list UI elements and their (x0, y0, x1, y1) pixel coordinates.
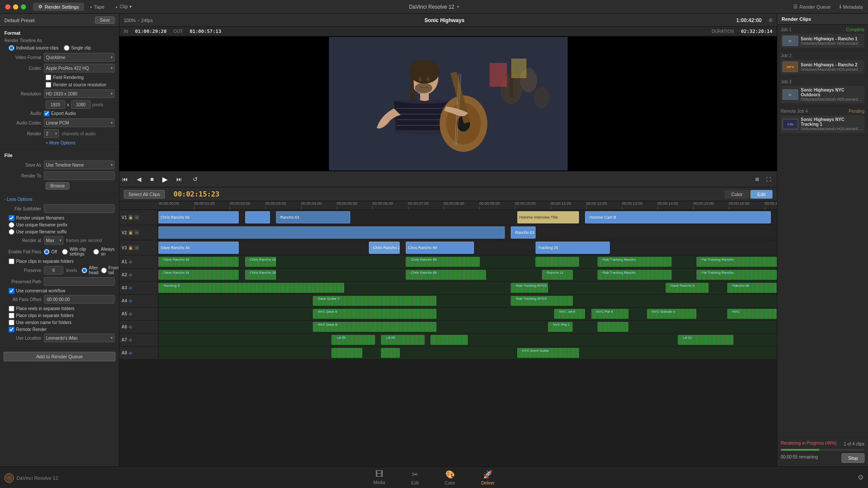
clip-v1-1[interactable]: Chris Rancho 56 (158, 211, 239, 223)
browse-button[interactable]: Browse (46, 182, 69, 190)
preserve-levels-input[interactable] (44, 266, 63, 275)
clip-a3-1[interactable] (158, 283, 344, 293)
clip-a7-3[interactable] (431, 335, 468, 345)
clip-a1-4[interactable] (536, 257, 579, 267)
rewind-button[interactable]: ◀ (134, 174, 144, 184)
individual-clips-radio[interactable] (9, 45, 14, 51)
export-audio-check[interactable] (44, 111, 49, 116)
unique-prefix-label[interactable]: Use unique filename prefix (9, 222, 115, 228)
add-to-render-queue-button[interactable]: Add to Render Queue (3, 352, 115, 361)
source-resolution-check[interactable] (46, 82, 51, 88)
expand-icon[interactable]: ⊞ (769, 17, 773, 23)
clip-v1-5[interactable]: · Homme Cam B (585, 211, 771, 223)
clip-v3-2[interactable]: · Chris Rancho 26 (369, 242, 400, 254)
clip-v2-2[interactable]: · Rancho 63 (511, 226, 536, 239)
loop-button[interactable]: ↺ (190, 174, 201, 184)
render-to-input[interactable] (44, 171, 115, 180)
channels-select[interactable]: 2 (44, 129, 59, 138)
rewind-to-start-button[interactable]: ⏮ (119, 174, 131, 184)
zoom-value[interactable]: 100% (124, 18, 136, 23)
place-clips-check[interactable] (9, 313, 14, 318)
play-button[interactable]: ▶ (160, 174, 170, 185)
job3-item[interactable]: ▶ Sonic Highways NYC Outdoors /Volumes/M… (781, 86, 865, 103)
preserved-path-input[interactable] (44, 277, 115, 286)
single-clip-radio-label[interactable]: Single clip (64, 45, 91, 51)
clip-v1-3[interactable]: · Rancho 63 (276, 211, 350, 223)
unique-filenames-label[interactable]: Render unique filenames (9, 215, 115, 221)
from-tail-radio[interactable] (101, 268, 107, 273)
clip-a8-1[interactable] (332, 348, 362, 358)
render-queue-btn[interactable]: ☰ Render Queue (793, 4, 831, 10)
job4-item[interactable]: CIN Sonic Highways NYC Tracking 1 /Volum… (781, 115, 865, 133)
stop-button[interactable]: ■ (148, 174, 156, 184)
clip-v1-2[interactable] (245, 211, 270, 223)
individual-clips-radio-label[interactable]: Individual source clips (9, 45, 59, 51)
width-input[interactable] (46, 100, 65, 109)
clip-v3-1[interactable]: Dave Rancho 34 (158, 242, 239, 254)
select-all-clips-button[interactable]: Select All Clips (124, 190, 165, 199)
field-rendering-check[interactable] (46, 75, 51, 80)
export-audio-label[interactable]: Export Audio (44, 111, 76, 116)
job2-item[interactable]: DPX Sonic Highways - Rancho 2 /Volumes/M… (781, 60, 865, 74)
remote-render-check[interactable] (9, 327, 14, 332)
save-as-select[interactable]: Use Timeline Name (44, 160, 115, 169)
unique-suffix-label[interactable]: Use unique filename suffix (9, 229, 115, 235)
track-v2-lock[interactable]: 🔒 (128, 230, 133, 235)
maximize-button[interactable] (21, 4, 26, 10)
minimize-button[interactable] (13, 4, 18, 10)
less-options-toggle[interactable]: - Less Options (4, 197, 115, 202)
field-rendering-label[interactable]: Field Rendering (46, 75, 115, 80)
track-v1-lock[interactable]: 🔒 (128, 215, 133, 220)
track-v3-mute[interactable]: M (134, 245, 139, 250)
video-format-select[interactable]: Quicktime (44, 53, 115, 62)
codec-select[interactable]: Apple ProRes 422 HQ (44, 64, 115, 72)
fps-value[interactable]: 24fps (141, 18, 153, 23)
clip-v2-1[interactable] (158, 226, 505, 239)
color-tab-button[interactable]: Color (724, 190, 750, 199)
forward-to-end-button[interactable]: ⏭ (174, 174, 185, 184)
nav-color[interactable]: 🎨 Color (445, 470, 455, 485)
version-name-check[interactable] (9, 320, 14, 325)
nav-media[interactable]: 🎞 Media (373, 470, 385, 485)
separate-folders-check[interactable] (9, 259, 14, 264)
render-at-select[interactable]: Max (44, 236, 63, 245)
after-head-radio[interactable] (82, 268, 87, 273)
resolution-select[interactable]: HD 1920 x 1080 (44, 89, 115, 98)
more-options-toggle[interactable]: + More Options (46, 141, 76, 145)
track-v1-mute[interactable]: M (134, 215, 139, 220)
tab-render-settings[interactable]: ⚙ Render Settings (33, 3, 84, 11)
unique-suffix-radio[interactable] (9, 229, 14, 235)
clip-v3-3[interactable]: Chris Rancho 89 (406, 242, 474, 254)
height-input[interactable] (71, 100, 91, 109)
settings-icon[interactable]: ⚙ (858, 473, 864, 481)
fit-button[interactable]: ⊞ (753, 175, 762, 184)
clip-v3-4[interactable]: Tracking 25 (536, 242, 610, 254)
clip-v1-4[interactable]: Homme Interview Title (517, 211, 579, 223)
track-v2-mute[interactable]: M (134, 230, 139, 235)
fullscreen-button[interactable]: ⛶ (763, 175, 773, 184)
file-subfolder-input[interactable] (44, 204, 115, 213)
source-resolution-label[interactable]: Render at source resolution (46, 82, 115, 88)
flat-pass-off-radio[interactable] (44, 249, 49, 255)
track-v3-lock[interactable]: 🔒 (128, 245, 133, 250)
stop-button[interactable]: Stop (842, 453, 865, 463)
unique-filenames-check[interactable] (9, 215, 14, 221)
audio-codec-select[interactable]: Linear PCM (44, 118, 115, 127)
place-reels-check[interactable] (9, 306, 14, 311)
nav-edit[interactable]: ✂ Edit (411, 470, 418, 485)
job1-item[interactable]: ▶ Sonic Highways - Rancho 1 /Volumes/Mac… (781, 34, 865, 48)
clip-a6-3[interactable] (598, 322, 628, 332)
commercial-workflow-check[interactable] (9, 288, 14, 294)
flat-pass-clip-radio[interactable] (62, 249, 68, 255)
nav-deliver[interactable]: 🚀 Deliver (481, 470, 495, 485)
use-location-select[interactable]: Leonardo's iMac (44, 334, 115, 342)
tab-tape[interactable]: ▪ Tape (85, 3, 110, 11)
close-button[interactable] (5, 4, 10, 10)
flat-pass-always-radio[interactable] (93, 249, 99, 255)
clip-a8-2[interactable] (381, 348, 400, 358)
alt-pass-offset-input[interactable] (44, 295, 115, 304)
single-clip-radio[interactable] (64, 45, 69, 51)
edit-tab-button[interactable]: Edit (750, 190, 773, 199)
tab-clip[interactable]: ▪ Clip ▾ (111, 3, 137, 11)
unique-prefix-radio[interactable] (9, 222, 14, 228)
